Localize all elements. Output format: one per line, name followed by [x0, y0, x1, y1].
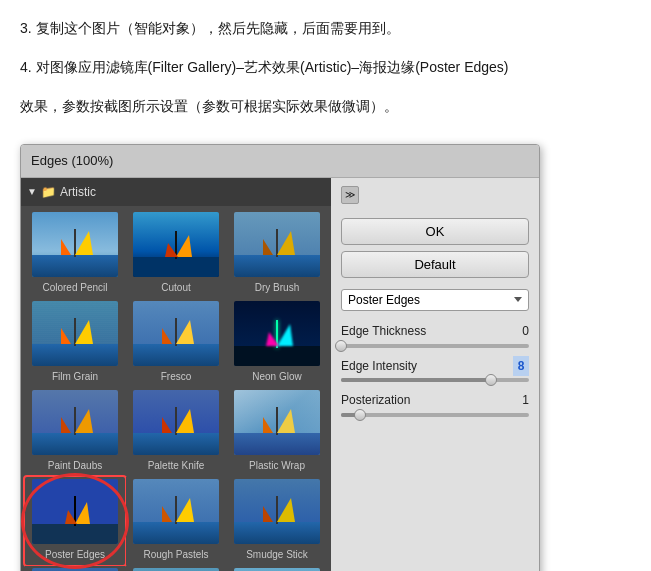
expand-icon: ▼ [27, 183, 37, 200]
step4-line1: 4. 对图像应用滤镜库(Filter Gallery)–艺术效果(Artisti… [20, 55, 631, 80]
edge-intensity-param: Edge Intensity 8 [341, 356, 529, 382]
edge-intensity-slider-fill [341, 378, 491, 382]
edge-thickness-label: Edge Thickness [341, 321, 426, 341]
step3-text: 3. 复制这个图片（智能对象），然后先隐藏，后面需要用到。 [20, 16, 631, 41]
filter-label-plastic-wrap: Plastic Wrap [249, 457, 305, 474]
filter-thumb-watercolor[interactable]: Watercolor [227, 566, 327, 571]
filter-label-neon-glow: Neon Glow [252, 368, 301, 385]
filter-label-cutout: Cutout [161, 279, 190, 296]
filter-label-smudge-stick: Smudge Stick [246, 546, 308, 563]
filter-thumb-dry-brush[interactable]: Dry Brush [227, 210, 327, 298]
filter-label-palette-knife: Palette Knife [148, 457, 205, 474]
filter-label-paint-daubs: Paint Daubs [48, 457, 102, 474]
filter-label-colored-pencil: Colored Pencil [42, 279, 107, 296]
ok-button[interactable]: OK [341, 218, 529, 245]
posterization-param: Posterization 1 [341, 390, 529, 416]
controls-panel: ≫ OK Default Poster Edges Edge Thickness [331, 178, 539, 571]
edge-thickness-param: Edge Thickness 0 [341, 321, 529, 347]
posterization-slider-thumb[interactable] [354, 409, 366, 421]
step4-line2: 效果，参数按截图所示设置（参数可根据实际效果做微调）。 [20, 94, 631, 119]
posterization-value: 1 [522, 390, 529, 410]
posterization-slider-track[interactable] [341, 413, 529, 417]
filter-thumb-palette-knife[interactable]: Palette Knife [126, 388, 226, 476]
artistic-group-header[interactable]: ▼ 📁 Artistic [21, 178, 331, 206]
filter-thumb-underpainting[interactable]: Underpainting [126, 566, 226, 571]
edge-thickness-slider-track[interactable] [341, 344, 529, 348]
filter-thumb-cutout[interactable]: Cutout [126, 210, 226, 298]
group-label: Artistic [60, 182, 96, 202]
filter-thumb-rough-pastels[interactable]: Rough Pastels [126, 477, 226, 565]
edge-intensity-label: Edge Intensity [341, 356, 417, 376]
filter-gallery-panel: ▼ 📁 Artistic Col [21, 178, 331, 571]
folder-icon: 📁 [41, 182, 56, 202]
edge-thickness-value: 0 [522, 321, 529, 341]
edge-intensity-slider-track[interactable] [341, 378, 529, 382]
edge-intensity-slider-thumb[interactable] [485, 374, 497, 386]
filter-label-film-grain: Film Grain [52, 368, 98, 385]
filter-thumb-paint-daubs[interactable]: Paint Daubs [25, 388, 125, 476]
filter-thumb-sponge[interactable]: Sponge [25, 566, 125, 571]
filter-label-rough-pastels: Rough Pastels [143, 546, 208, 563]
filter-thumb-poster-edges[interactable]: Poster Edges [25, 477, 125, 565]
filter-label-fresco: Fresco [161, 368, 192, 385]
default-button[interactable]: Default [341, 251, 529, 278]
dialog-title: Edges (100%) [31, 153, 113, 168]
filter-thumb-film-grain[interactable]: Film Grain [25, 299, 125, 387]
filter-label-poster-edges: Poster Edges [45, 546, 105, 563]
filter-thumb-smudge-stick[interactable]: Smudge Stick [227, 477, 327, 565]
filter-thumb-plastic-wrap[interactable]: Plastic Wrap [227, 388, 327, 476]
filter-thumb-neon-glow[interactable]: Neon Glow [227, 299, 327, 387]
filter-thumb-fresco[interactable]: Fresco [126, 299, 226, 387]
filter-select-dropdown[interactable]: Poster Edges [341, 289, 529, 311]
dialog-titlebar: Edges (100%) [21, 145, 539, 178]
collapse-icon: ≫ [345, 186, 355, 203]
filter-thumb-colored-pencil[interactable]: Colored Pencil [25, 210, 125, 298]
posterization-label: Posterization [341, 390, 410, 410]
filter-dialog: Edges (100%) ▼ 📁 Artistic [20, 144, 540, 571]
edge-thickness-slider-thumb[interactable] [335, 340, 347, 352]
filter-select-row[interactable]: Poster Edges [341, 288, 529, 312]
filter-thumbnails-grid: Colored Pencil Cutout [21, 206, 331, 571]
edge-intensity-value: 8 [513, 356, 529, 376]
collapse-panel-button[interactable]: ≫ [341, 186, 359, 204]
filter-label-dry-brush: Dry Brush [255, 279, 299, 296]
